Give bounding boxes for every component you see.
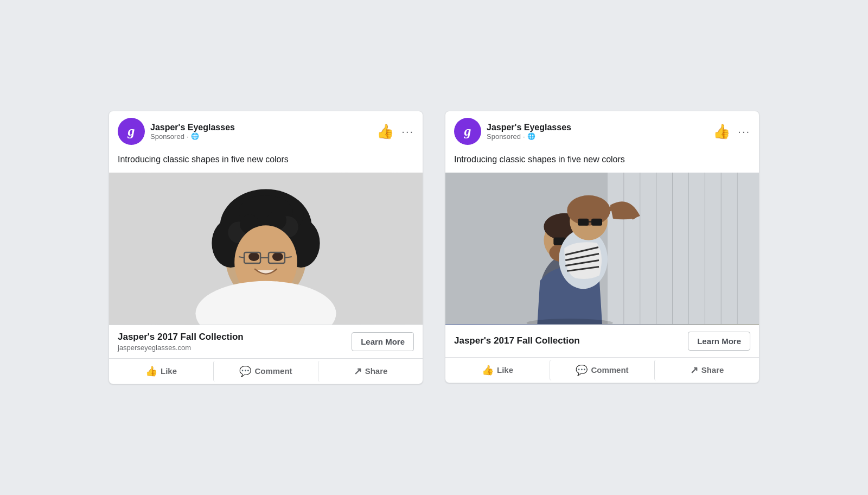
page-info: Jasper's Eyeglasses Sponsored · 🌐: [487, 123, 571, 141]
comment-label: Comment: [254, 366, 292, 376]
share-button[interactable]: ↗ Share: [654, 360, 759, 380]
comment-icon: 💬: [239, 365, 251, 377]
header-right: 👍 ···: [713, 123, 750, 140]
avatar: g: [454, 118, 481, 145]
page-name: Jasper's Eyeglasses: [487, 123, 571, 132]
avatar-letter: g: [128, 123, 135, 139]
header-left: g Jasper's Eyeglasses Sponsored · 🌐: [118, 118, 235, 145]
learn-more-button[interactable]: Learn More: [688, 332, 750, 351]
cta-title: Jasper's 2017 Fall Collection: [454, 335, 580, 346]
post-text: Introducing classic shapes in five new c…: [109, 151, 423, 172]
page-name: Jasper's Eyeglasses: [150, 123, 235, 132]
card-header: g Jasper's Eyeglasses Sponsored · 🌐 👍 ··…: [109, 111, 423, 151]
card-header: g Jasper's Eyeglasses Sponsored · 🌐 👍 ··…: [445, 111, 759, 151]
like-icon: 👍: [482, 364, 494, 376]
like-page-icon[interactable]: 👍: [376, 123, 394, 140]
more-options-icon[interactable]: ···: [401, 125, 414, 138]
svg-rect-25: [608, 173, 759, 324]
post-text: Introducing classic shapes in five new c…: [445, 151, 759, 172]
cards-container: g Jasper's Eyeglasses Sponsored · 🌐 👍 ··…: [87, 89, 781, 405]
ad-image: [109, 173, 423, 325]
comment-button[interactable]: 💬 Comment: [213, 361, 318, 382]
actions-row: 👍 Like 💬 Comment ↗ Share: [445, 357, 759, 383]
globe-icon: 🌐: [527, 132, 535, 140]
sponsored-line: Sponsored · 🌐: [150, 132, 235, 141]
share-icon: ↗: [690, 364, 698, 376]
sponsored-text: Sponsored: [150, 132, 184, 141]
share-button[interactable]: ↗ Share: [318, 361, 423, 382]
globe-icon: 🌐: [191, 132, 199, 140]
like-icon: 👍: [145, 365, 157, 377]
ad-video[interactable]: [445, 173, 759, 325]
svg-point-16: [272, 252, 283, 261]
cta-title: Jasper's 2017 Fall Collection: [118, 332, 244, 342]
svg-rect-45: [591, 218, 602, 225]
comment-label: Comment: [591, 365, 628, 375]
more-options-icon[interactable]: ···: [738, 125, 750, 138]
svg-point-15: [248, 252, 259, 261]
cta-info: Jasper's 2017 Fall Collection: [454, 335, 580, 346]
ad-image-svg: [109, 173, 423, 325]
ad-card-video: g Jasper's Eyeglasses Sponsored · 🌐 👍 ··…: [445, 111, 760, 383]
share-label: Share: [701, 365, 724, 375]
video-background-svg: [445, 173, 759, 324]
cta-url: jasperseyeglasses.com: [118, 344, 244, 352]
avatar: g: [118, 118, 145, 145]
sponsored-line: Sponsored · 🌐: [487, 132, 571, 141]
comment-icon: 💬: [576, 364, 588, 376]
like-page-icon[interactable]: 👍: [713, 123, 730, 140]
share-icon: ↗: [354, 365, 362, 377]
svg-rect-44: [578, 218, 589, 225]
like-label: Like: [497, 365, 513, 375]
page-info: Jasper's Eyeglasses Sponsored · 🌐: [150, 123, 235, 141]
cta-section: Jasper's 2017 Fall Collection jasperseye…: [109, 325, 423, 358]
dot-separator: ·: [187, 132, 189, 141]
sponsored-text: Sponsored: [487, 132, 521, 141]
share-label: Share: [365, 366, 388, 376]
dot-separator: ·: [523, 132, 525, 141]
header-left: g Jasper's Eyeglasses Sponsored · 🌐: [454, 118, 571, 145]
like-label: Like: [161, 366, 177, 376]
cta-section: Jasper's 2017 Fall Collection Learn More: [445, 325, 759, 357]
cta-info: Jasper's 2017 Fall Collection jasperseye…: [118, 332, 244, 352]
ad-card-image: g Jasper's Eyeglasses Sponsored · 🌐 👍 ··…: [108, 111, 423, 384]
header-right: 👍 ···: [376, 123, 414, 140]
comment-button[interactable]: 💬 Comment: [550, 360, 654, 380]
like-button[interactable]: 👍 Like: [109, 361, 213, 382]
like-button[interactable]: 👍 Like: [445, 360, 550, 380]
avatar-letter: g: [464, 123, 471, 139]
learn-more-button[interactable]: Learn More: [352, 332, 414, 351]
actions-row: 👍 Like 💬 Comment ↗ Share: [109, 358, 423, 384]
